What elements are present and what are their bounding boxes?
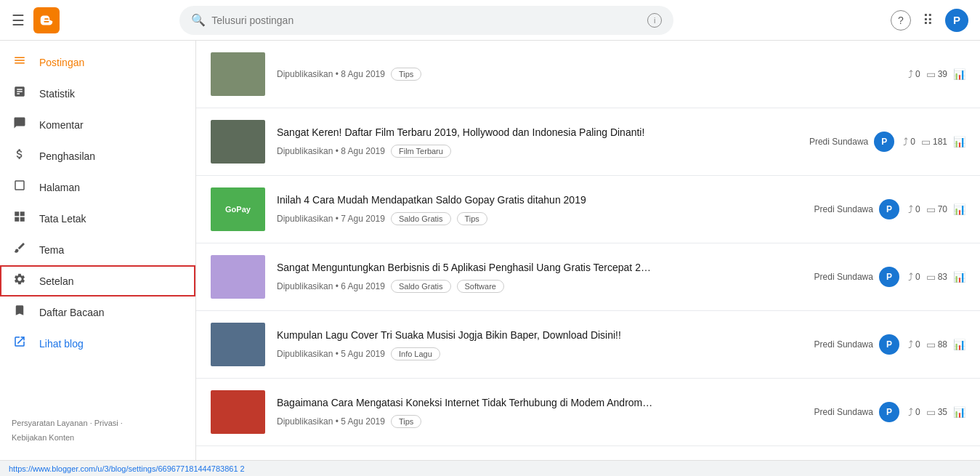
share-icon: ⤴	[908, 339, 913, 350]
main-layout: Postingan Statistik Komentar Penghasilan	[0, 41, 980, 460]
share-count: 0	[915, 69, 920, 79]
post-tag-tips[interactable]: Tips	[457, 212, 487, 225]
sidebar-item-penghasilan[interactable]: Penghasilan	[0, 140, 195, 172]
help-icon[interactable]: ?	[891, 10, 911, 31]
setelan-icon	[12, 273, 28, 289]
post-title[interactable]: Kumpulan Lagu Cover Tri Suaka Musisi Jog…	[277, 328, 803, 343]
post-stats: ⤴ 0 ▭ 70 📊	[908, 203, 965, 215]
stats-icon: 📊	[953, 68, 965, 80]
sidebar-item-lihat-blog[interactable]: Lihat blog	[0, 328, 195, 359]
post-title[interactable]: Sangat Menguntungkan Berbisnis di 5 Apli…	[277, 261, 803, 275]
post-stats: ⤴ 0 ▭ 39 📊	[908, 68, 965, 80]
sidebar-item-halaman[interactable]: Halaman	[0, 172, 195, 203]
share-count: 0	[915, 204, 920, 214]
sidebar-item-komentar-label: Komentar	[39, 119, 84, 131]
post-status: Dipublikasikan • 5 Agu 2019	[277, 349, 385, 359]
post-tag-saldo-gratis[interactable]: Saldo Gratis	[391, 280, 451, 293]
sidebar-item-tata-letak-label: Tata Letak	[39, 213, 86, 225]
author-info: Predi Sundawa P	[814, 267, 899, 287]
statistik-icon	[12, 85, 28, 102]
comment-icon: ▭	[926, 406, 936, 418]
share-stat: ⤴ 0	[908, 406, 920, 418]
post-info: Dipublikasikan • 8 Agu 2019 Tips	[277, 68, 896, 81]
tema-icon	[12, 241, 28, 258]
table-row: Sangat Keren! Daftar Film Terbaru 2019, …	[196, 108, 980, 176]
post-stats: ⤴ 0 ▭ 83 📊	[908, 271, 965, 283]
post-title[interactable]: Inilah 4 Cara Mudah Mendapatkan Saldo Go…	[277, 193, 803, 208]
author-avatar: P	[879, 267, 899, 287]
post-tag-info-lagu[interactable]: Info Lagu	[391, 347, 440, 360]
comment-stat: ▭ 88	[926, 339, 947, 350]
post-stats: ⤴ 0 ▭ 181 📊	[903, 136, 965, 148]
sidebar-item-tata-letak[interactable]: Tata Letak	[0, 203, 195, 234]
content-policy-link[interactable]: Kebijakan Konten	[12, 433, 74, 442]
post-tag-tips[interactable]: Tips	[391, 415, 421, 428]
sidebar-item-daftar-bacaan-label: Daftar Bacaan	[39, 307, 105, 318]
share-stat: ⤴ 0	[908, 203, 920, 215]
sidebar-item-komentar[interactable]: Komentar	[0, 109, 195, 140]
post-right: Predi Sundawa P ⤴ 0 ▭ 83 📊	[814, 267, 965, 287]
comment-count: 83	[938, 272, 947, 282]
user-avatar[interactable]: P	[945, 9, 968, 32]
post-title[interactable]: Sangat Keren! Daftar Film Terbaru 2019, …	[277, 126, 798, 140]
sidebar-item-postingan[interactable]: Postingan	[0, 47, 195, 78]
comment-count: 39	[938, 69, 947, 79]
post-meta: Dipublikasikan • 5 Agu 2019 Tips	[277, 415, 803, 428]
post-info: Kumpulan Lagu Cover Tri Suaka Musisi Jog…	[277, 328, 803, 360]
post-info: Inilah 4 Cara Mudah Mendapatkan Saldo Go…	[277, 193, 803, 225]
post-title[interactable]: Bagaimana Cara Mengatasi Koneksi Interne…	[277, 396, 803, 411]
author-info: Predi Sundawa P	[814, 199, 899, 219]
post-thumbnail	[211, 323, 265, 366]
terms-link[interactable]: Persyaratan Layanan	[12, 419, 88, 427]
post-tag[interactable]: Film Terbaru	[391, 145, 451, 158]
author-name: Predi Sundawa	[814, 272, 873, 282]
comment-stat: ▭ 35	[926, 406, 947, 418]
apps-grid-icon[interactable]: ⠿	[923, 12, 934, 29]
hamburger-menu[interactable]: ☰	[12, 12, 25, 29]
post-meta: Dipublikasikan • 8 Agu 2019 Tips	[277, 68, 896, 81]
comment-stat: ▭ 70	[926, 203, 947, 215]
privacy-link[interactable]: Privasi	[94, 419, 118, 427]
share-icon: ⤴	[908, 271, 913, 283]
post-info: Bagaimana Cara Mengatasi Koneksi Interne…	[277, 396, 803, 428]
comment-count: 88	[938, 339, 947, 350]
post-thumbnail	[211, 255, 265, 299]
share-stat: ⤴ 0	[908, 339, 920, 350]
comment-icon: ▭	[921, 136, 931, 148]
comment-stat: ▭ 39	[926, 68, 947, 80]
search-icon: 🔍	[191, 13, 206, 27]
author-name: Predi Sundawa	[809, 137, 868, 147]
sidebar-item-penghasilan-label: Penghasilan	[39, 150, 95, 162]
lihat-blog-icon	[12, 335, 28, 352]
post-right: Predi Sundawa P ⤴ 0 ▭ 70 📊	[814, 199, 965, 219]
sidebar-item-statistik[interactable]: Statistik	[0, 78, 195, 109]
post-info: Sangat Menguntungkan Berbisnis di 5 Apli…	[277, 261, 803, 293]
comment-icon: ▭	[926, 339, 936, 350]
sidebar-item-daftar-bacaan[interactable]: Daftar Bacaan	[0, 297, 195, 328]
author-avatar: P	[879, 199, 899, 219]
post-tag[interactable]: Tips	[391, 68, 421, 81]
footer-sep2: ·	[121, 419, 123, 427]
sidebar-item-setelan[interactable]: Setelan	[0, 265, 195, 297]
sidebar-item-tema[interactable]: Tema	[0, 234, 195, 265]
comment-icon: ▭	[926, 203, 936, 215]
author-info: Predi Sundawa P	[814, 334, 899, 355]
comment-count: 181	[933, 137, 947, 147]
post-tag-saldo-gratis[interactable]: Saldo Gratis	[391, 212, 451, 225]
sidebar-footer: Persyaratan Layanan · Privasi · Kebijaka…	[0, 408, 195, 454]
post-info: Sangat Keren! Daftar Film Terbaru 2019, …	[277, 126, 798, 158]
table-row: Dipublikasikan • 8 Agu 2019 Tips ⤴ 0 ▭ 3…	[196, 41, 980, 108]
post-stats: ⤴ 0 ▭ 35 📊	[908, 406, 965, 418]
post-thumbnail: GoPay	[211, 187, 265, 231]
top-right-actions: ? ⠿ P	[891, 9, 968, 32]
sidebar-item-postingan-label: Postingan	[39, 57, 84, 68]
post-tag-software[interactable]: Software	[457, 280, 504, 293]
author-info: Predi Sundawa P	[814, 402, 899, 422]
stats-icon: 📊	[953, 203, 965, 215]
info-icon[interactable]: i	[647, 13, 662, 28]
penghasilan-icon	[12, 148, 28, 164]
search-input[interactable]	[211, 15, 641, 26]
post-right: Predi Sundawa P ⤴ 0 ▭ 181 📊	[809, 132, 965, 152]
author-name: Predi Sundawa	[814, 339, 873, 350]
author-name: Predi Sundawa	[814, 204, 873, 214]
